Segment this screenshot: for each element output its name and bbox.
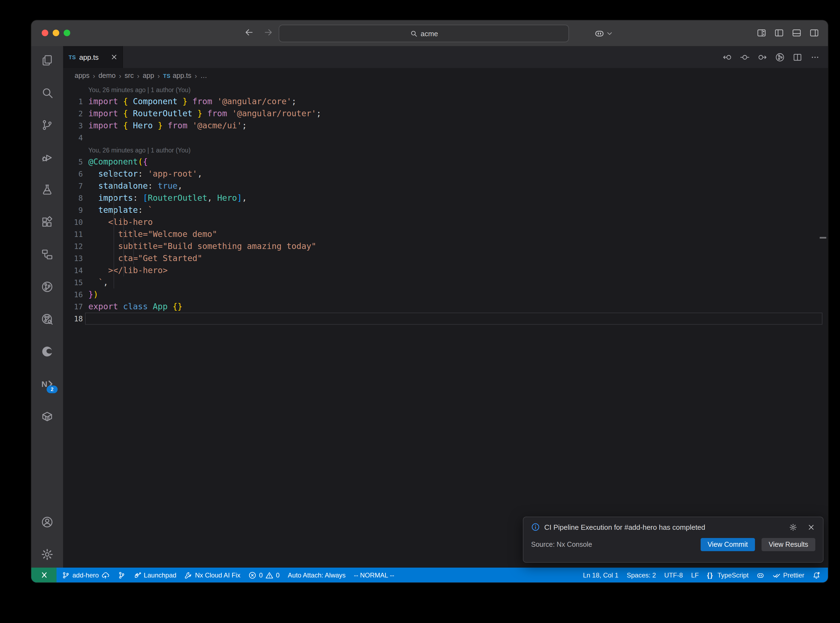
status-formatter-prettier[interactable]: Prettier [773,571,804,579]
status-language-mode[interactable]: {}TypeScript [707,571,748,579]
status-notifications-bell[interactable] [812,571,820,579]
blame-annotation: You, 26 minutes ago | 1 author (You) [63,83,828,95]
status-label: LF [691,571,699,579]
status-auto-attach[interactable]: Auto Attach: Always [288,571,346,579]
notification-title: CI Pipeline Execution for #add-hero has … [544,523,785,531]
minimize-window-button[interactable] [53,30,59,36]
status-problems[interactable]: 00 [249,571,279,579]
code-line-3[interactable]: 3import { Hero } from '@acme/ui'; [63,120,828,132]
status-copilot-status[interactable] [757,571,765,579]
code-line-6[interactable]: 6 selector: 'app-root', [63,168,828,180]
toggle-panel-bottom-icon[interactable] [792,28,802,38]
next-change-icon[interactable] [757,52,768,62]
status-commit-graph-status[interactable] [117,571,125,579]
breadcrumb-src[interactable]: src [124,72,134,80]
line-number: 2 [63,107,83,120]
breadcrumb-apps[interactable]: apps [75,72,89,80]
activity-item-extensions[interactable] [41,216,54,229]
toggle-panel-right-icon[interactable] [809,28,819,38]
breadcrumb-file[interactable]: TSapp.ts [163,72,192,80]
code-line-8[interactable]: 8 imports: [RouterOutlet, Hero], [63,192,828,204]
history-nav [244,28,273,37]
code-editor[interactable]: You, 26 minutes ago | 1 author (You)1imp… [63,83,828,568]
activity-item-search[interactable] [41,86,54,99]
previous-change-icon[interactable] [722,52,733,62]
status-eol[interactable]: LF [691,571,699,579]
code-line-18[interactable]: 18 [63,313,828,325]
container-icon [41,410,54,423]
activity-item-nx-console[interactable]: N2 [41,377,54,390]
code-line-5[interactable]: 5@Component({ [63,156,828,168]
breadcrumb-demo[interactable]: demo [98,72,116,80]
command-center-search[interactable]: acme [279,25,569,42]
customize-layout-icon[interactable] [757,28,766,38]
activity-item-gitlens[interactable] [41,280,54,293]
forward-arrow-icon[interactable] [263,28,273,37]
status-indentation[interactable]: Spaces: 2 [627,571,656,579]
chevron-right-icon: › [193,72,198,80]
edge-browser-icon [41,345,54,358]
activity-item-run-debug[interactable] [41,151,54,164]
code-line-2[interactable]: 2import { RouterOutlet } from '@angular/… [63,107,828,120]
status-cursor-position[interactable]: Ln 18, Col 1 [583,571,618,579]
commit-graph-icon[interactable] [775,52,785,62]
activity-item-testing[interactable] [41,183,54,196]
view-commit-button[interactable]: View Commit [700,538,755,551]
breadcrumb-symbol-path[interactable]: … [200,72,207,80]
status-label: add-hero [72,571,99,579]
line-number: 4 [63,132,83,144]
view-results-button[interactable]: View Results [762,538,815,551]
ts-file-icon: TS [163,73,170,79]
close-icon[interactable] [807,523,815,531]
back-arrow-icon[interactable] [244,28,254,37]
activity-item-accounts[interactable] [41,516,54,529]
activity-item-settings[interactable] [41,548,54,561]
line-number [63,83,83,95]
remote-indicator[interactable] [31,568,57,582]
activity-item-edge-tools[interactable] [41,345,54,358]
change-icon[interactable] [740,52,750,62]
code-line-17[interactable]: 17export class App {} [63,301,828,313]
double-check-icon [773,571,780,579]
search-icon [41,86,54,99]
status-launchpad[interactable]: Launchpad [133,571,177,579]
activity-item-source-control[interactable] [41,118,54,132]
breadcrumb-app[interactable]: app [143,72,154,80]
close-window-button[interactable] [42,30,48,36]
split-editor-icon[interactable] [792,52,803,62]
toggle-panel-left-icon[interactable] [774,28,784,38]
code-line-14[interactable]: 14 ></lib-hero> [63,264,828,276]
status-encoding[interactable]: UTF-8 [664,571,683,579]
vscode-window: acme N2 TS app.ts apps›demo [31,20,828,582]
code-line-12[interactable]: 12 subtitle="Build something amazing tod… [63,240,828,252]
code-line-1[interactable]: 1import { Component } from '@angular/cor… [63,95,828,107]
line-content: }) [88,288,828,301]
code-line-7[interactable]: 7 standalone: true, [63,180,828,192]
status-left: add-heroLaunchpadNx Cloud AI Fix00Auto A… [62,571,394,579]
gear-icon[interactable] [789,523,797,531]
code-line-11[interactable]: 11 title="Welcmoe demo" [63,228,828,240]
status-label: -- NORMAL -- [354,571,394,579]
close-icon[interactable] [110,53,118,61]
status-nx-cloud-ai-fix[interactable]: Nx Cloud AI Fix [184,571,240,579]
line-content: template: ` [88,204,828,216]
code-line-15[interactable]: 15 `, [63,276,828,288]
activity-item-commit-graph[interactable] [41,313,54,326]
tab-app-ts[interactable]: TS app.ts [63,46,123,68]
copilot-menu[interactable] [594,28,613,38]
more-actions-icon[interactable] [810,52,820,62]
line-number: 7 [63,180,83,192]
activity-item-explorer[interactable] [41,54,54,67]
ts-file-icon: TS [69,54,76,60]
zoom-window-button[interactable] [64,30,70,36]
code-line-16[interactable]: 16}) [63,288,828,301]
code-line-13[interactable]: 13 cta="Get Started" [63,252,828,264]
activity-item-containers[interactable] [41,410,54,423]
code-line-4[interactable]: 4 [63,132,828,144]
code-line-10[interactable]: 10 <lib-hero [63,216,828,228]
code-line-9[interactable]: 9 template: ` [63,204,828,216]
activity-item-references[interactable] [41,248,54,261]
search-icon [410,30,417,37]
status-branch-indicator[interactable]: add-hero [62,571,109,579]
status-vim-mode[interactable]: -- NORMAL -- [354,571,394,579]
